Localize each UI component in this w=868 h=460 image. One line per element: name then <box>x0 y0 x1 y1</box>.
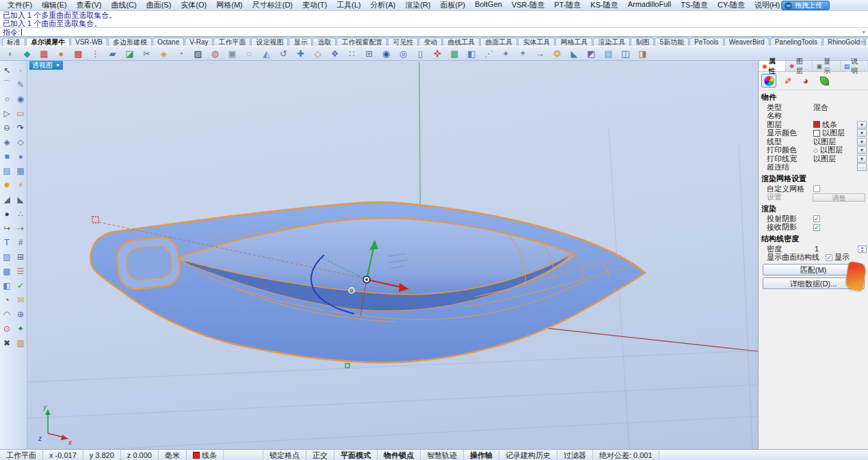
cast-shadows-checkbox[interactable]: ✓ <box>813 215 820 222</box>
sidebar-tool-icon[interactable]: # <box>14 235 27 249</box>
statusbar-toggle[interactable]: 智慧轨迹 <box>421 450 464 460</box>
density-spinner[interactable]: ▲▼ <box>858 245 867 253</box>
toolbar-icon[interactable]: ▨ <box>192 48 204 59</box>
adjust-button[interactable]: 调整 <box>813 193 865 202</box>
menu-item[interactable]: 尺寸标注(D) <box>248 0 298 10</box>
sidebar-tool-icon[interactable]: ■ <box>0 149 14 163</box>
toolbar-tab[interactable]: PanelingTools <box>770 38 822 46</box>
menu-item[interactable]: CY-随意 <box>713 0 750 10</box>
toolbar-icon[interactable]: ✚ <box>295 48 306 59</box>
prop-row-hyperlink[interactable]: 超连结 … <box>759 163 868 172</box>
statusbar-toggle[interactable]: 记录建构历史 <box>499 450 557 460</box>
command-prompt[interactable]: 指令: ▾ <box>0 27 868 36</box>
toolbar-tab[interactable]: WeaverBird <box>724 38 770 46</box>
custom-mesh-checkbox[interactable] <box>813 185 820 192</box>
menu-item[interactable]: 分析(A) <box>366 0 401 10</box>
toolbar-tab[interactable]: 5新功能 <box>655 38 689 46</box>
toolbar-tab[interactable]: V-Ray <box>185 38 213 46</box>
toolbar-tab[interactable]: Octane <box>153 38 184 46</box>
toolbar-icon[interactable]: ✦ <box>500 48 512 59</box>
toolbar-tab[interactable]: 实体工具 <box>518 38 555 46</box>
toolbar-icon[interactable]: ▤ <box>603 48 614 59</box>
toolbar-tab[interactable]: VSR-WB <box>70 38 107 46</box>
upload-button[interactable]: ∞ 拖拽上传 <box>781 1 830 10</box>
toolbar-tab[interactable]: 曲面工具 <box>480 38 517 46</box>
sidebar-tool-icon[interactable]: ◉ <box>14 92 27 106</box>
receive-shadows-checkbox[interactable]: ✓ <box>813 224 820 231</box>
toolbar-icon[interactable]: ❂ <box>551 48 563 59</box>
toolbar-icon[interactable]: ✂ <box>141 48 153 59</box>
toolbar-icon[interactable]: ⊞ <box>363 48 375 59</box>
menu-item[interactable]: 变动(T) <box>298 0 332 10</box>
toolbar-icon[interactable]: ○ <box>244 48 255 59</box>
sidebar-tool-icon[interactable]: ◣ <box>14 192 27 206</box>
menu-item[interactable]: 网格(M) <box>211 0 248 10</box>
toolbar-icon[interactable]: ❖ <box>329 48 341 59</box>
sidebar-tool-icon[interactable]: ⊕ <box>14 307 27 321</box>
toolbar-icon[interactable]: ✜ <box>432 48 443 59</box>
toolbar-tab[interactable]: RhinoGold <box>823 38 865 46</box>
menu-item[interactable]: 文件(F) <box>3 0 37 10</box>
sidebar-tool-icon[interactable]: ▭ <box>14 106 27 120</box>
toolbar-icon[interactable]: ▩ <box>73 48 84 59</box>
toolbar-icon[interactable]: ▦ <box>449 48 460 59</box>
print-width-dropdown[interactable]: ▼ <box>857 155 867 163</box>
viewport[interactable]: 透视图 ▼ <box>27 61 758 449</box>
toolbar-icon[interactable]: ▦ <box>38 48 50 59</box>
sidebar-tool-icon[interactable]: ◠ <box>0 307 14 321</box>
toolbar-icon[interactable]: ∷ <box>346 48 358 59</box>
sidebar-tool-icon[interactable]: ✸ <box>0 178 14 192</box>
decal-leaf-icon[interactable] <box>817 74 832 87</box>
sidebar-tool-icon[interactable]: ✓ <box>14 278 27 293</box>
toolbar-icon[interactable]: ▣ <box>226 48 238 59</box>
toolbar-icon[interactable]: ◨ <box>637 48 648 59</box>
toolbar-icon[interactable]: ◆ <box>21 48 33 59</box>
panel-tab[interactable]: ▣ 显示 <box>813 61 840 71</box>
sidebar-tool-icon[interactable]: T <box>0 235 14 249</box>
statusbar-units[interactable]: 毫米 <box>159 450 187 460</box>
menu-item[interactable]: PT-随意 <box>549 0 586 10</box>
toolbar-icon[interactable]: ◉ <box>380 48 392 59</box>
toolbar-icon[interactable]: ◧ <box>466 48 477 59</box>
statusbar-toggle[interactable]: 正交 <box>306 450 334 460</box>
sidebar-tool-icon[interactable]: ↖ <box>0 63 14 77</box>
tab-options-gear-icon[interactable]: ◎ <box>860 38 865 45</box>
sidebar-tool-icon[interactable]: ▤ <box>0 163 14 178</box>
toolbar-tab[interactable]: EvolutePro <box>865 38 868 46</box>
toolbar-icon[interactable]: ● <box>55 48 67 59</box>
show-isocurves-checkbox[interactable]: ✓ <box>826 254 832 261</box>
sidebar-tool-icon[interactable]: ▷ <box>0 106 14 120</box>
toolbar-icon[interactable]: ◔ <box>175 48 187 59</box>
viewport-canvas[interactable]: y x z <box>27 61 758 449</box>
sidebar-tool-icon[interactable]: · <box>14 63 27 77</box>
linetype-dropdown[interactable]: ▼ <box>857 138 867 146</box>
sidebar-tool-icon[interactable]: ↷ <box>14 120 27 135</box>
statusbar-toggle[interactable]: 平面模式 <box>334 450 378 460</box>
sidebar-tool-icon[interactable]: ✉ <box>14 293 27 307</box>
toolbar-tab[interactable]: 制图 <box>631 38 654 46</box>
statusbar-layer[interactable]: 线条 <box>187 450 224 460</box>
menu-item[interactable]: 查看(V) <box>72 0 107 10</box>
toolbar-icon[interactable]: ◖ <box>4 48 16 59</box>
sidebar-tool-icon[interactable]: ▩ <box>0 264 14 278</box>
menu-item[interactable]: 工具(L) <box>332 0 365 10</box>
toolbar-icon[interactable]: ◭ <box>261 48 272 59</box>
toolbar-icon[interactable]: ◫ <box>620 48 631 59</box>
toolbar-tab[interactable]: 卓尔谟犀牛 <box>26 38 70 46</box>
statusbar-toggle[interactable]: 操作轴 <box>464 450 499 460</box>
menu-item[interactable]: 曲面(S) <box>142 0 176 10</box>
sidebar-tool-icon[interactable]: ◇ <box>14 135 27 149</box>
sidebar-tool-icon[interactable]: ◈ <box>0 135 14 149</box>
sidebar-tool-icon[interactable]: ○ <box>0 92 14 106</box>
sidebar-tool-icon[interactable]: ◔ <box>0 293 14 307</box>
prop-row-show-isocurves[interactable]: 显示曲面结构线 ✓ 显示 <box>759 254 868 262</box>
statusbar-cplane[interactable]: 工作平面 <box>0 450 43 460</box>
toolbar-icon[interactable]: ◎ <box>397 48 409 59</box>
toolbar-tab[interactable]: 工作视窗配置 <box>337 38 387 46</box>
menu-item[interactable]: 曲线(C) <box>106 0 141 10</box>
toolbar-tab[interactable]: 标准 <box>2 38 25 46</box>
menu-item[interactable]: ArmadilloFull <box>623 0 676 10</box>
display-color-dropdown[interactable]: ▼ <box>857 129 867 137</box>
toolbar-icon[interactable]: ◩ <box>586 48 597 59</box>
menu-item[interactable]: KS-随意 <box>586 0 622 10</box>
